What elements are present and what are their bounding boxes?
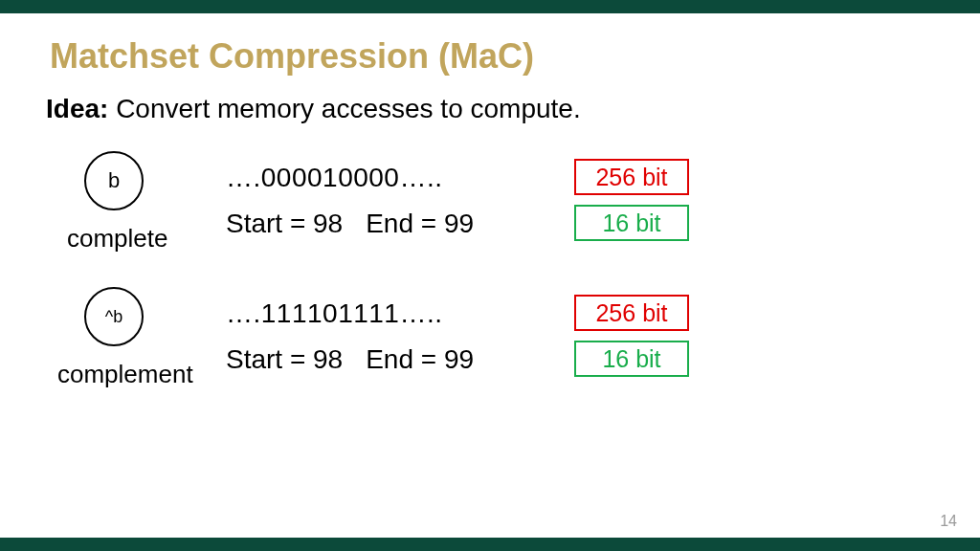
- top-accent-bar: [0, 0, 980, 13]
- state-label: complement: [57, 360, 193, 389]
- end-text: End = 99: [366, 344, 474, 374]
- bottom-accent-bar: [0, 538, 980, 551]
- range-text: Start = 98End = 99: [226, 344, 474, 375]
- size-original-badge: 256 bit: [574, 295, 689, 331]
- size-compressed-badge: 16 bit: [574, 205, 689, 241]
- state-symbol: b: [108, 168, 120, 193]
- page-number: 14: [940, 513, 957, 530]
- idea-label: Idea:: [46, 94, 108, 123]
- state-symbol: ^b: [105, 307, 122, 327]
- state-label: complete: [67, 224, 168, 253]
- end-text: End = 99: [366, 209, 474, 238]
- bitvector-text: ….111101111…..: [226, 298, 443, 329]
- range-text: Start = 98End = 99: [226, 209, 474, 239]
- state-circle: b: [84, 151, 144, 210]
- start-text: Start = 98: [226, 209, 343, 238]
- state-circle: ^b: [84, 287, 144, 346]
- size-compressed-badge: 16 bit: [574, 341, 689, 377]
- size-original-badge: 256 bit: [574, 159, 689, 195]
- start-text: Start = 98: [226, 344, 343, 374]
- idea-text: Convert memory accesses to compute.: [108, 94, 580, 123]
- idea-line: Idea: Convert memory accesses to compute…: [46, 94, 581, 124]
- slide-title: Matchset Compression (MaC): [50, 36, 534, 77]
- bitvector-text: ….000010000…..: [226, 163, 443, 193]
